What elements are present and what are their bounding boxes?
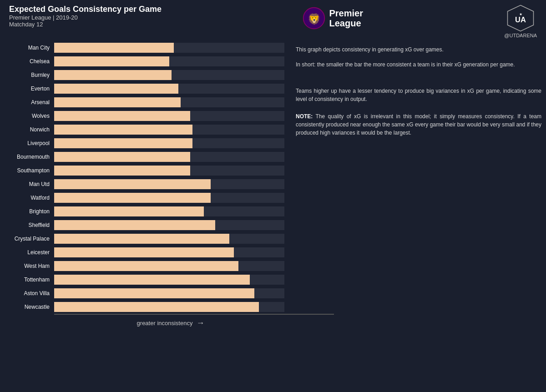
svg-text:🦁: 🦁 — [308, 13, 321, 25]
bar-row: Everton — [5, 82, 284, 95]
team-label: Leicester — [5, 249, 52, 256]
team-label: Sheffield — [5, 222, 52, 228]
bar-fill — [54, 288, 254, 298]
arrow-right-icon: → — [196, 318, 204, 328]
bar-row: Arsenal — [5, 95, 284, 109]
team-label: Bournemouth — [5, 154, 52, 160]
bar-track — [54, 288, 284, 298]
bar-row: Southampton — [5, 164, 284, 177]
bar-track — [54, 70, 284, 80]
bar-row: Chelsea — [5, 55, 284, 68]
team-label: Man City — [5, 45, 52, 51]
right-logo: ★ UA @UTDARENA — [504, 5, 537, 38]
bar-track — [54, 56, 284, 66]
pl-logo: 🦁 Premier League — [303, 7, 363, 30]
bar-fill — [54, 247, 234, 257]
header: Expected Goals Consistency per Game Prem… — [5, 5, 541, 38]
bar-fill — [54, 56, 169, 66]
team-label: Man Utd — [5, 181, 52, 187]
bar-track — [54, 234, 284, 244]
team-label: Newcastle — [5, 304, 52, 310]
x-axis-label-text: greater inconsistency — [137, 320, 193, 327]
team-label: Watford — [5, 195, 52, 201]
bar-track — [54, 125, 284, 135]
bar-track — [54, 206, 284, 216]
team-label: Chelsea — [5, 58, 52, 65]
bar-fill — [54, 179, 211, 189]
bar-row: Man City — [5, 41, 284, 55]
bar-track — [54, 111, 284, 121]
bar-fill — [54, 166, 190, 176]
matchday: Matchday 12 — [9, 21, 162, 28]
team-label: Wolves — [5, 113, 52, 119]
team-label: West Ham — [5, 263, 52, 269]
team-label: Arsenal — [5, 99, 52, 106]
bar-fill — [54, 206, 204, 216]
bar-fill — [54, 193, 211, 203]
bar-track — [54, 302, 284, 312]
bar-fill — [54, 275, 250, 285]
svg-text:UA: UA — [515, 15, 526, 24]
annotation-top: This graph depicts consistency in genera… — [296, 45, 541, 54]
pl-lion-icon: 🦁 — [303, 7, 325, 30]
main-title: Expected Goals Consistency per Game — [9, 5, 162, 14]
bar-row: Burnley — [5, 68, 284, 82]
bar-row: Sheffield — [5, 218, 284, 232]
annotations-section: This graph depicts consistency in genera… — [287, 41, 541, 369]
team-label: Burnley — [5, 72, 52, 78]
subtitle: Premier League | 2019-20 — [9, 14, 162, 21]
bar-row: West Ham — [5, 259, 284, 273]
bar-row: Newcastle — [5, 300, 284, 314]
bar-track — [54, 166, 284, 176]
bar-row: Brighton — [5, 205, 284, 218]
title-block: Expected Goals Consistency per Game Prem… — [9, 5, 162, 28]
bar-track — [54, 152, 284, 162]
x-axis: greater inconsistency → — [5, 315, 287, 328]
bar-row: Bournemouth — [5, 150, 284, 164]
bar-row: Watford — [5, 191, 284, 205]
center-logo: 🦁 Premier League — [303, 7, 363, 30]
bar-row: Man Utd — [5, 177, 284, 191]
bar-track — [54, 193, 284, 203]
bar-fill — [54, 84, 178, 94]
bar-fill — [54, 43, 174, 53]
note-text: The quality of xG is irrelevant in this … — [296, 113, 541, 136]
bar-fill — [54, 220, 215, 230]
team-label: Crystal Palace — [5, 236, 52, 242]
bar-track — [54, 247, 284, 257]
team-label: Liverpool — [5, 140, 52, 146]
team-label: Norwich — [5, 126, 52, 133]
bar-track — [54, 138, 284, 148]
chart-container: Expected Goals Consistency per Game Prem… — [0, 0, 546, 392]
bars-section: Man CityChelseaBurnleyEvertonArsenalWolv… — [5, 41, 287, 314]
chart-area: Man CityChelseaBurnleyEvertonArsenalWolv… — [5, 41, 541, 369]
bar-track — [54, 275, 284, 285]
bars-and-axis: Man CityChelseaBurnleyEvertonArsenalWolv… — [5, 41, 287, 369]
team-label: Everton — [5, 85, 52, 92]
team-label: Aston Villa — [5, 290, 52, 297]
bar-fill — [54, 152, 190, 162]
note-label: NOTE: — [296, 113, 313, 120]
bar-track — [54, 261, 284, 271]
bar-row: Wolves — [5, 109, 284, 123]
bar-row: Leicester — [5, 246, 284, 259]
bar-fill — [54, 261, 238, 271]
bar-fill — [54, 302, 259, 312]
bar-fill — [54, 111, 190, 121]
bar-track — [54, 179, 284, 189]
bar-row: Crystal Palace — [5, 232, 284, 246]
bar-row: Norwich — [5, 123, 284, 136]
annotation-middle: Teams higher up have a lesser tendency t… — [296, 87, 541, 103]
bar-row: Aston Villa — [5, 286, 284, 300]
pl-text: Premier League — [329, 8, 363, 28]
bar-track — [54, 97, 284, 107]
bar-fill — [54, 125, 192, 135]
team-label: Brighton — [5, 208, 52, 215]
bar-track — [54, 84, 284, 94]
bar-track — [54, 220, 284, 230]
bar-row: Liverpool — [5, 136, 284, 150]
bar-row: Tottenham — [5, 273, 284, 286]
bar-track — [54, 43, 284, 53]
bar-fill — [54, 138, 192, 148]
ua-badge-icon: ★ UA — [507, 5, 534, 32]
